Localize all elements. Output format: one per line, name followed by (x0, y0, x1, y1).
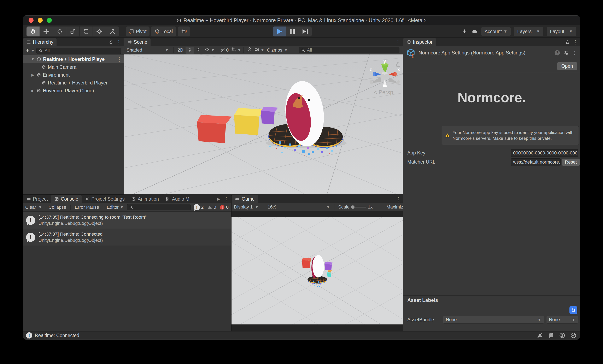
editor-dropdown[interactable]: Editor (105, 205, 120, 210)
hand-tool-button[interactable] (26, 26, 40, 36)
tab-project-settings[interactable]: Project Settings (81, 195, 128, 203)
search-icon (39, 49, 43, 53)
tab-game[interactable]: Game (232, 195, 258, 203)
preview-packages-icon[interactable] (461, 28, 468, 34)
hierarchy-scene-row[interactable]: ▼ Realtime + Hoverbird Playe ⋮ (23, 55, 124, 63)
log-entry[interactable]: ! [14:37:37] Realtime: Connected UnityEn… (23, 229, 231, 246)
pause-button[interactable] (286, 26, 299, 36)
scene-viewport[interactable]: y z x < Persp (124, 55, 403, 194)
unlock-icon[interactable] (109, 40, 113, 44)
custom-tool-button[interactable] (106, 26, 119, 36)
asset-label-tag-button[interactable] (569, 306, 577, 314)
matcher-url-field[interactable]: wss://default.normcore.normalvr.com (511, 159, 561, 166)
gizmos-dropdown[interactable]: Gizmos▼ (265, 47, 290, 53)
background-tasks-icon[interactable] (570, 332, 577, 339)
transform-tool-button[interactable] (93, 26, 106, 36)
asset-labels-header[interactable]: Asset Labels (403, 295, 580, 305)
hierarchy-item-realtime-player[interactable]: Realtime + Hoverbird Player (23, 79, 124, 87)
tab-scene[interactable]: Scene (124, 38, 151, 46)
panel-menu-icon[interactable]: ⋮ (395, 39, 401, 45)
minimize-window-button[interactable] (38, 18, 43, 23)
console-search-field[interactable] (127, 204, 191, 210)
pivot-toggle-button[interactable]: Pivot (126, 26, 150, 36)
chevron-down-icon[interactable]: ▼ (31, 48, 35, 53)
unlock-icon[interactable] (565, 40, 570, 44)
collapse-toggle[interactable]: Collapse (46, 205, 68, 210)
scene-lighting-toggle[interactable] (186, 46, 194, 54)
component-tools-button[interactable] (246, 47, 253, 53)
scene-audio-toggle[interactable] (194, 47, 203, 53)
chevron-down-icon[interactable]: ▼ (211, 48, 215, 52)
hierarchy-item-environment[interactable]: ▶ Environment (23, 71, 124, 79)
scene-search-field[interactable]: All (299, 47, 399, 53)
aspect-ratio-dropdown[interactable]: 16:9▼ (266, 204, 332, 210)
tab-project[interactable]: Project (23, 195, 51, 203)
chevron-down-icon[interactable]: ▼ (237, 48, 241, 52)
warning-filter-toggle[interactable]: 0 (207, 205, 216, 210)
scale-slider[interactable] (351, 205, 366, 209)
clear-button[interactable]: Clear (23, 205, 38, 210)
error-filter-toggle[interactable]: 0 (220, 205, 229, 210)
maximize-on-play-toggle[interactable]: Maximiz (385, 204, 403, 210)
scale-tool-button[interactable] (66, 26, 80, 36)
scene-effects-toggle[interactable] (203, 47, 211, 53)
scene-visibility-toggle[interactable]: 0 (219, 47, 230, 53)
tab-inspector[interactable]: Inspector (403, 38, 436, 46)
display-dropdown[interactable]: Display 1▼ (232, 204, 261, 210)
panel-menu-icon[interactable]: ⋮ (224, 196, 229, 202)
status-bar[interactable]: ! Realtime: Connected (23, 331, 580, 339)
panel-menu-icon[interactable]: ⋮ (396, 196, 401, 202)
local-toggle-button[interactable]: Local (151, 26, 176, 36)
expand-triangle-icon[interactable]: ▶ (31, 73, 35, 77)
move-tool-button[interactable] (40, 26, 53, 36)
error-pause-toggle[interactable]: Error Pause (73, 205, 101, 210)
hierarchy-item-main-camera[interactable]: Main Camera (23, 63, 124, 71)
grid-visibility-toggle[interactable] (230, 47, 237, 53)
step-button[interactable] (299, 26, 312, 36)
grid-snap-toggle-button[interactable] (178, 26, 190, 36)
scene-camera-button[interactable] (253, 47, 260, 53)
cache-server-disabled-icon[interactable] (548, 332, 554, 339)
rotate-tool-button[interactable] (53, 26, 66, 36)
open-button[interactable]: Open (557, 62, 577, 70)
tab-hierarchy[interactable]: Hierarchy (23, 38, 57, 46)
scene-row-menu-icon[interactable]: ⋮ (116, 57, 122, 62)
assetbundle-variant-dropdown[interactable]: None▼ (546, 316, 578, 324)
zoom-window-button[interactable] (47, 18, 52, 23)
tab-console[interactable]: Console (51, 195, 81, 203)
hierarchy-item-hoverbird-clone[interactable]: ▶ Hoverbird Player(Clone) (23, 87, 124, 95)
presets-icon[interactable] (563, 50, 569, 56)
hierarchy-search-field[interactable]: All (36, 48, 121, 54)
assetbundle-dropdown[interactable]: None▼ (443, 316, 544, 324)
appkey-field[interactable]: 00000000-0000-0000-0000-000000000000 (511, 149, 578, 157)
tab-overflow-icon[interactable]: ▶ (217, 197, 221, 201)
layers-dropdown[interactable]: Layers▼ (514, 27, 543, 36)
chevron-down-icon: ▼ (120, 205, 124, 210)
layout-dropdown[interactable]: Layout▼ (547, 27, 576, 36)
chevron-down-icon[interactable]: ▼ (38, 205, 42, 210)
2d-toggle[interactable]: 2D (176, 47, 186, 53)
inspector-header-menu-icon[interactable]: ⋮ (572, 50, 577, 56)
log-entry[interactable]: ! [14:37:35] Realtime: Connecting to roo… (23, 212, 231, 229)
slider-knob[interactable] (351, 205, 355, 209)
close-window-button[interactable] (29, 18, 34, 23)
expand-triangle-icon[interactable]: ▶ (31, 89, 35, 93)
help-icon[interactable]: ? (554, 50, 560, 56)
rect-tool-button[interactable] (80, 26, 93, 36)
reset-button[interactable]: Reset (562, 159, 580, 166)
chevron-down-icon[interactable]: ▼ (260, 48, 265, 52)
panel-menu-icon[interactable]: ⋮ (116, 39, 122, 45)
tab-animation[interactable]: Animation (128, 195, 162, 203)
auto-refresh-icon[interactable] (559, 332, 565, 339)
tab-audio-mixer[interactable]: Audio M (162, 195, 193, 203)
create-object-button[interactable]: + (26, 48, 29, 54)
panel-menu-icon[interactable]: ⋮ (573, 39, 578, 45)
cloud-collab-icon[interactable] (471, 28, 478, 34)
account-dropdown[interactable]: Account▼ (481, 27, 511, 36)
game-viewport[interactable] (232, 217, 403, 324)
debugger-disabled-icon[interactable] (537, 332, 543, 339)
info-filter-toggle[interactable]: ! 2 (194, 204, 204, 210)
draw-mode-dropdown[interactable]: Shaded▼ (124, 47, 171, 53)
play-button[interactable] (273, 26, 286, 36)
collapse-triangle-icon[interactable]: ▼ (31, 57, 35, 61)
